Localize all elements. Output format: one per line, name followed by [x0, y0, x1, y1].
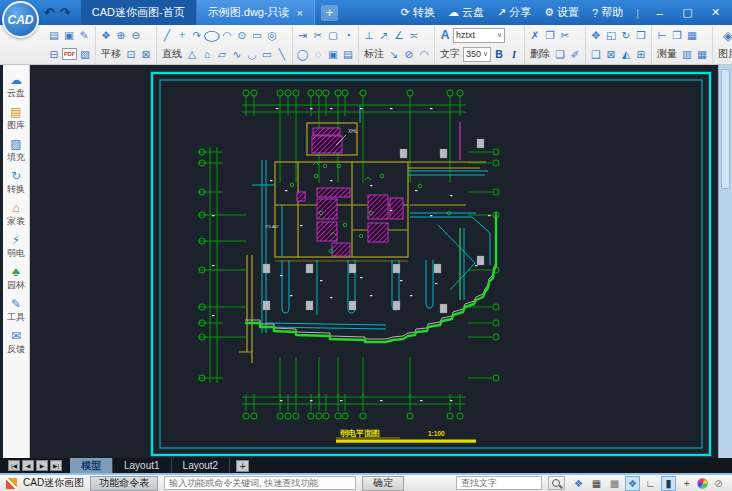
trim-icon[interactable]: ⊠ [604, 46, 618, 62]
measure-grid-icon[interactable]: ▦ [695, 46, 709, 62]
rotate-icon[interactable]: ↻ [619, 27, 633, 43]
find-text-input[interactable] [456, 476, 542, 490]
save-as-icon[interactable]: ✎ [77, 27, 91, 43]
titlebar-tab[interactable]: 示例图.dwg-只读 × [197, 0, 315, 25]
add-layout-button[interactable]: + [236, 460, 249, 472]
circle2-icon[interactable]: ◯ [296, 46, 310, 62]
spline-icon[interactable]: ∿ [230, 46, 244, 62]
text-size-select[interactable]: 350 ∨ [463, 47, 491, 62]
layer-tool-label[interactable]: 图层 [716, 47, 732, 61]
sidebar-item-home-deco[interactable]: ⌂ 家装 [3, 200, 29, 228]
layers-icon[interactable]: ◈ [721, 27, 732, 43]
sidebar-item-gallery[interactable]: ▤ 图库 [3, 104, 29, 132]
delete-tool-label[interactable]: 删除 [528, 47, 552, 61]
copy-icon[interactable]: ❐ [543, 27, 557, 43]
block-lib-icon[interactable]: ▤ [341, 46, 355, 62]
tab-close-icon[interactable]: × [297, 7, 303, 19]
ok-button[interactable]: 确定 [362, 476, 404, 491]
minimize-button[interactable]: – [652, 7, 667, 19]
measure-image-icon[interactable]: ▥ [680, 46, 694, 62]
maximize-button[interactable]: ▢ [680, 6, 695, 19]
cut-icon[interactable]: ✂ [558, 27, 572, 43]
sidebar-item-feedback[interactable]: ✉ 反馈 [3, 328, 29, 356]
drawing-canvas[interactable]: XHL P3-A07 弱电平面图 1:100 [30, 65, 718, 458]
measure-tool-label[interactable]: 测量 [655, 47, 679, 61]
delete-icon[interactable]: ✗ [528, 27, 542, 43]
mirror-icon[interactable]: ◭ [619, 46, 633, 62]
vertical-scrollbar[interactable] [718, 65, 732, 458]
dim-linear-icon[interactable]: ⊥ [362, 27, 376, 43]
text-color-icon[interactable]: A [438, 27, 452, 43]
command-table-button[interactable]: 功能命令表 [90, 476, 158, 491]
command-input[interactable] [164, 476, 356, 490]
sidebar-item-fill[interactable]: ▨ 填充 [3, 136, 29, 164]
ellipse-icon[interactable]: ◯ [202, 27, 222, 43]
dim-arc-icon[interactable]: ◠ [417, 46, 431, 62]
titlebar-tab[interactable]: CAD迷你画图-首页 [81, 0, 197, 25]
image-export-icon[interactable]: ▧ [78, 46, 92, 62]
node-display-icon[interactable]: ❖ [571, 476, 586, 491]
sheet-nav-button[interactable]: ▶ [36, 460, 48, 471]
dim-radius-icon[interactable]: ⊘ [402, 46, 416, 62]
donut-icon[interactable]: ◎ [265, 27, 279, 43]
zoom-window-icon[interactable]: ⊡ [124, 46, 138, 62]
dim-aligned-icon[interactable]: ↗ [377, 27, 391, 43]
grid-dark-icon[interactable]: ▦ [589, 476, 604, 491]
pdf-icon[interactable]: PDF [62, 48, 77, 60]
sidebar-item-cloud[interactable]: ☁ 云盘 [3, 72, 29, 100]
circle-icon[interactable]: ⊙ [235, 27, 249, 43]
pie-icon[interactable]: ◔ [341, 27, 355, 43]
font-select[interactable]: hztxt ∨ [453, 28, 505, 43]
measure-area-icon[interactable]: ❐ [670, 27, 684, 43]
move-icon[interactable]: ✥ [589, 27, 603, 43]
lineweight-icon[interactable]: ▮ [661, 476, 676, 491]
scrollbar-thumb[interactable] [721, 69, 730, 189]
erase-style-icon[interactable]: ⊘ [711, 476, 726, 491]
block-icon[interactable]: ❒ [634, 27, 648, 43]
pan-hand-icon[interactable]: ❖ [99, 27, 113, 43]
arc3-icon[interactable]: ◡ [245, 46, 259, 62]
italic-button[interactable]: I [507, 46, 521, 62]
triangle-icon[interactable]: △ [185, 46, 199, 62]
new-tab-button[interactable]: + [321, 5, 338, 21]
sheet-tab[interactable]: Layout2 [172, 458, 231, 473]
rectangle-icon[interactable]: ▭ [250, 27, 264, 43]
circle3-icon[interactable]: ◌ [311, 46, 325, 62]
search-icon[interactable] [548, 476, 565, 490]
extend-icon[interactable]: ⇥ [296, 27, 310, 43]
text-tool-label[interactable]: 文字 [438, 47, 462, 61]
sidebar-item-landscape[interactable]: ♣ 园林 [3, 264, 29, 292]
osnap-icon[interactable]: ❖ [625, 476, 640, 491]
cloud-action[interactable]: ☁ 云盘 [448, 5, 484, 20]
color-wheel-icon[interactable] [697, 478, 708, 489]
parallelogram-icon[interactable]: ▱ [215, 46, 229, 62]
line-icon[interactable]: ╱ [160, 27, 174, 43]
sheet-tab[interactable]: 模型 [70, 458, 113, 473]
hatch-icon[interactable]: ▣ [326, 46, 340, 62]
sidebar-item-tools[interactable]: ✎ 工具 [3, 296, 29, 324]
zoom-extents-icon[interactable]: ⊠ [139, 46, 153, 62]
sheet-tab[interactable]: Layout1 [113, 458, 172, 473]
share-action[interactable]: ↗ 分享 [497, 5, 531, 20]
zoom-out-icon[interactable]: ⊖ [129, 27, 143, 43]
offset-icon[interactable]: ❑ [589, 46, 603, 62]
sheet-nav-button[interactable]: ▶| [50, 460, 62, 471]
xline-icon[interactable]: ╲ [275, 46, 289, 62]
scale-icon[interactable]: ◱ [604, 27, 618, 43]
line-tool-label[interactable]: 直线 [160, 47, 184, 61]
scissors-icon[interactable]: ✂ [311, 27, 325, 43]
measure-length-icon[interactable]: ⊢ [655, 27, 669, 43]
print-icon[interactable]: ⊟ [47, 46, 61, 62]
forward-icon[interactable]: ↷ [60, 5, 71, 20]
sidebar-item-weak-current[interactable]: ⚡ 弱电 [3, 232, 29, 260]
dim-leader-icon[interactable]: ↘ [387, 46, 401, 62]
save-icon[interactable]: ▣ [62, 27, 76, 43]
dim-continue-icon[interactable]: ≍ [407, 27, 421, 43]
format-brush-icon[interactable]: ✐ [568, 46, 582, 62]
bold-button[interactable]: B [492, 46, 506, 62]
back-icon[interactable]: ↶ [44, 5, 55, 20]
close-button[interactable]: ✕ [708, 6, 723, 19]
help-action[interactable]: ? 帮助 [592, 5, 623, 20]
grid-light-icon[interactable]: ▩ [607, 476, 622, 491]
open-file-icon[interactable]: ▤ [47, 27, 61, 43]
